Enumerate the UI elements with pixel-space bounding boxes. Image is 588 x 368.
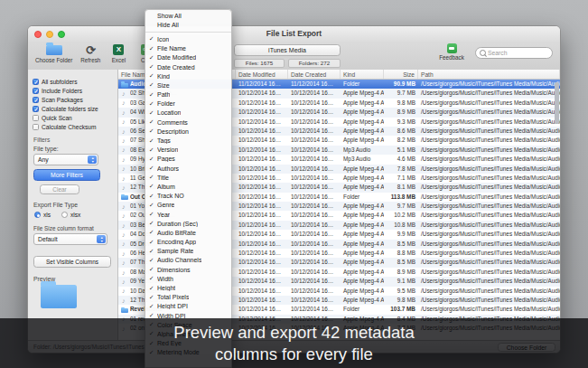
search-field[interactable] bbox=[475, 47, 553, 59]
toolbar-button[interactable]: Excel bbox=[108, 43, 128, 63]
marketing-text: Preview and export 42 metadata columns f… bbox=[154, 322, 434, 363]
cell-kind: Apple Mpeg-4 A… bbox=[341, 277, 384, 286]
menu-column-item[interactable]: File Name bbox=[145, 44, 231, 53]
cell-kind: Apple Mpeg-4 A… bbox=[341, 287, 384, 296]
clear-filters-button[interactable]: Clear bbox=[40, 184, 79, 194]
radio-icon[interactable] bbox=[34, 212, 41, 218]
menu-column-item[interactable]: Comments bbox=[145, 118, 231, 127]
checkbox-label: Scan Packages bbox=[42, 97, 83, 103]
export-type-radio[interactable]: xlsx bbox=[61, 212, 80, 218]
menu-column-item[interactable]: Date Modified bbox=[145, 53, 231, 62]
cell-path: /Users/giorgos/Music/iTunes/iTunes Media… bbox=[418, 174, 560, 183]
toolbar-button[interactable]: Choose Folder bbox=[35, 43, 72, 63]
menu-column-label: Tags bbox=[157, 137, 171, 144]
menu-column-item[interactable]: Folder bbox=[145, 99, 231, 109]
menu-column-item[interactable]: Size bbox=[145, 80, 231, 90]
column-header-date-created[interactable]: Date Created bbox=[288, 70, 341, 79]
sidebar-checkbox[interactable]: Scan Packages bbox=[33, 95, 116, 104]
file-type-icon bbox=[121, 118, 128, 126]
size-format-select[interactable]: Default bbox=[33, 233, 107, 245]
menu-column-label: Encoding App bbox=[157, 239, 196, 245]
file-type-icon bbox=[121, 278, 128, 285]
menu-column-item[interactable]: Version bbox=[145, 146, 231, 155]
export-type-radio[interactable]: xls bbox=[34, 212, 51, 218]
export-file-type-label: Export File Type bbox=[33, 202, 78, 208]
checkbox-icon[interactable] bbox=[33, 88, 39, 94]
file-type-icon bbox=[121, 156, 128, 163]
menu-column-item[interactable]: Year bbox=[145, 210, 231, 219]
menu-column-item[interactable]: Duration (Sec) bbox=[145, 219, 231, 228]
menu-column-item[interactable]: Path bbox=[145, 90, 231, 99]
checkbox-icon[interactable] bbox=[33, 124, 39, 130]
sidebar-checkbox[interactable]: Calculate folders size bbox=[33, 104, 116, 113]
checkbox-icon[interactable] bbox=[33, 97, 39, 103]
cell-size: 9.8 MB bbox=[384, 296, 418, 305]
menu-column-item[interactable]: Width bbox=[145, 274, 231, 283]
menu-column-label: Total Pixels bbox=[157, 294, 189, 300]
cell-size: 8.8 MB bbox=[384, 249, 418, 258]
menu-column-item[interactable]: Genre bbox=[145, 201, 231, 210]
checkbox-icon[interactable] bbox=[33, 106, 39, 112]
cell-size: 8.9 MB bbox=[384, 108, 418, 117]
checkbox-icon[interactable] bbox=[33, 115, 39, 121]
more-filters-button[interactable]: More Filters bbox=[33, 169, 100, 181]
cell-date-modified: 10/12/2014 16… bbox=[236, 268, 288, 277]
cell-size: 9.7 MB bbox=[384, 89, 418, 98]
vertical-scrollbar[interactable] bbox=[555, 82, 559, 124]
column-header-path[interactable]: Path bbox=[418, 70, 560, 79]
menu-column-item[interactable]: Total Pixels bbox=[145, 293, 231, 302]
file-type-icon bbox=[121, 212, 128, 220]
menu-column-item[interactable]: Icon bbox=[145, 34, 231, 43]
feedback-button[interactable]: Feedback bbox=[434, 43, 469, 61]
menu-column-label: Icon bbox=[157, 36, 169, 42]
menu-column-item[interactable]: Kind bbox=[145, 71, 231, 80]
sidebar-checkbox[interactable]: Calculate Checksum bbox=[33, 122, 116, 131]
menu-column-item[interactable]: Height DPI bbox=[145, 302, 231, 311]
column-header-kind[interactable]: Kind bbox=[341, 70, 384, 79]
menu-column-item[interactable]: Encoding App bbox=[145, 238, 231, 247]
window-title: File List Export bbox=[28, 26, 560, 42]
cell-date-modified: 10/12/2014 16… bbox=[236, 193, 288, 202]
menu-column-item[interactable]: Pages bbox=[145, 155, 231, 164]
menu-column-label: Date Created bbox=[157, 64, 195, 71]
checkmark-icon bbox=[149, 118, 157, 126]
menu-column-item[interactable]: Audio Channels bbox=[145, 256, 231, 265]
menu-column-item[interactable]: Dimensions bbox=[145, 265, 231, 274]
menu-column-item[interactable]: Track NO bbox=[145, 192, 231, 201]
menu-column-item[interactable]: Authors bbox=[145, 164, 231, 173]
column-header-date-modified[interactable]: Date Modified bbox=[236, 70, 288, 79]
cell-date-created: 10/12/2014 16… bbox=[288, 202, 341, 211]
checkmark-icon bbox=[149, 174, 157, 181]
checkmark-icon bbox=[149, 100, 157, 108]
source-folder-button[interactable]: iTunes Media bbox=[234, 44, 341, 56]
cell-size: 9.9 MB bbox=[384, 230, 418, 239]
cell-path: /Users/giorgos/Music/iTunes/iTunes Media… bbox=[418, 305, 560, 314]
menu-column-item[interactable]: Album bbox=[145, 182, 231, 191]
cell-path: /Users/giorgos/Music/iTunes/iTunes Media… bbox=[418, 230, 560, 239]
menu-column-item[interactable]: Description bbox=[145, 127, 231, 136]
menu-column-item[interactable]: Date Created bbox=[145, 62, 231, 71]
checkbox-icon[interactable] bbox=[33, 79, 39, 85]
menu-action-item[interactable]: Hide All bbox=[145, 21, 231, 30]
sidebar-checkbox[interactable]: All subfolders bbox=[33, 77, 116, 86]
cell-date-modified: 10/12/2014 16… bbox=[236, 174, 288, 183]
sidebar-checkbox[interactable]: Quick Scan bbox=[33, 113, 116, 122]
search-input[interactable] bbox=[488, 50, 548, 56]
menu-action-item[interactable]: Show All bbox=[145, 12, 231, 21]
menu-column-item[interactable]: Audio BitRate bbox=[145, 228, 231, 237]
cell-date-modified: 10/12/2014 16… bbox=[236, 127, 288, 136]
menu-column-item[interactable]: Title bbox=[145, 173, 231, 182]
menu-column-item[interactable]: Tags bbox=[145, 136, 231, 145]
menu-column-item[interactable]: Location bbox=[145, 109, 231, 118]
set-visible-columns-button[interactable]: Set Visible Columns bbox=[33, 256, 111, 268]
menu-column-item[interactable]: Sample Rate bbox=[145, 247, 231, 256]
checkmark-icon bbox=[149, 109, 157, 117]
file-type-select[interactable]: Any bbox=[33, 154, 98, 165]
cell-date-created: 10/12/2014 16… bbox=[288, 155, 341, 164]
radio-icon[interactable] bbox=[61, 212, 68, 218]
toolbar-button[interactable]: Refresh bbox=[80, 43, 100, 63]
column-header-size[interactable]: Size bbox=[384, 70, 418, 79]
menu-column-item[interactable]: Height bbox=[145, 283, 231, 292]
sidebar-checkbox[interactable]: Include Folders bbox=[33, 86, 116, 95]
file-type-label: File type: bbox=[33, 146, 59, 152]
